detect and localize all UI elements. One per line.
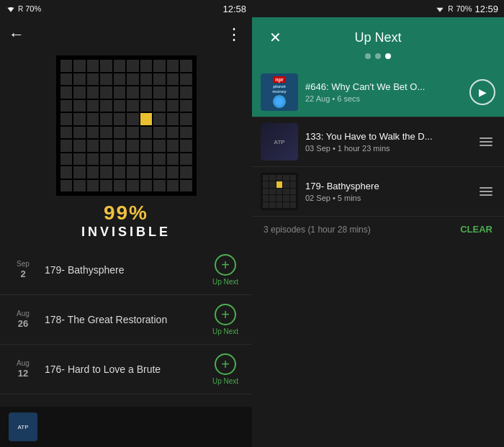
reorder-button-1[interactable] — [477, 135, 495, 149]
left-time: 12:58 — [222, 4, 246, 14]
episode-list: Sep 2 179- Bathysphere + Up Next Aug 26 … — [0, 245, 252, 407]
episode-date-1: Aug 26 — [9, 309, 37, 330]
atp-thumbnail: ATP — [261, 123, 298, 161]
episode-item: Aug 26 178- The Great Restoration + Up N… — [0, 295, 252, 345]
episode-date-0: Sep 2 — [9, 259, 37, 281]
left-toolbar: ← ⋮ — [0, 17, 252, 52]
add-icon-2: + — [215, 353, 236, 375]
episode-item: Sep 2 179- Bathysphere + Up Next — [0, 245, 252, 295]
signal-icon: R — [18, 5, 23, 13]
podcast-artwork — [56, 55, 197, 196]
right-status-right: R 70% 12:59 — [435, 4, 498, 14]
queue-item-2: 179- Bathysphere 02 Sep • 5 mins — [252, 167, 504, 217]
podcast-number: 99% — [14, 202, 238, 225]
episode-date-2: Aug 12 — [9, 358, 37, 380]
up-next-title: Up Next — [287, 30, 469, 45]
reorder-button-2[interactable] — [477, 184, 495, 199]
queue-info-0: #646: Why Can't We Bet O... 22 Aug • 6 s… — [298, 81, 469, 104]
episode-title-0: 179- Bathysphere — [37, 264, 207, 276]
close-button[interactable]: ✕ — [264, 26, 287, 49]
bottom-thumb: ATP — [9, 412, 37, 441]
queue-ep-meta-0: 22 Aug • 6 secs — [305, 94, 462, 103]
right-panel: R 70% 12:59 ✕ Up Next npr planetmoney #6… — [252, 0, 504, 447]
dot-0 — [365, 53, 371, 59]
queue-ep-meta-1: 03 Sep • 1 hour 23 mins — [305, 144, 469, 153]
right-battery: 70% — [456, 4, 472, 13]
queue-ep-meta-2: 02 Sep • 5 mins — [305, 194, 469, 202]
queue-item-1: ATP 133: You Have to Walk the D... 03 Se… — [252, 117, 504, 167]
right-wifi-icon — [435, 4, 445, 13]
up-next-header-row: ✕ Up Next — [264, 26, 492, 49]
svg-marker-2 — [437, 8, 444, 12]
left-status-icons: R 70% — [6, 4, 41, 13]
invisible-thumbnail — [261, 173, 298, 210]
episode-item: Aug 12 176- Hard to Love a Brute + Up Ne… — [0, 345, 252, 394]
left-panel: R 70% 12:58 ← ⋮ 99% INVISIBLE — [0, 0, 252, 447]
right-time: 12:59 — [474, 4, 498, 14]
clear-button[interactable]: CLEAR — [460, 224, 492, 235]
right-status-bar: R 70% 12:59 — [252, 0, 504, 17]
dot-2 — [385, 53, 391, 59]
podcast-title-area: 99% INVISIBLE — [0, 196, 252, 245]
queue-summary: 3 episodes (1 hour 28 mins) — [264, 225, 371, 235]
episode-title-2: 176- Hard to Love a Brute — [37, 364, 207, 375]
queue-info-1: 133: You Have to Walk the D... 03 Sep • … — [298, 131, 477, 153]
up-next-dots — [264, 53, 492, 62]
up-next-button-2[interactable]: + Up Next — [207, 353, 243, 385]
npm-thumbnail: npr planetmoney — [261, 73, 298, 111]
left-battery: 70% — [25, 4, 41, 13]
right-signal-icon: R — [448, 5, 453, 13]
queue-info-2: 179- Bathysphere 02 Sep • 5 mins — [298, 181, 477, 203]
play-button[interactable]: ▶ — [469, 79, 495, 105]
up-next-button-0[interactable]: + Up Next — [207, 254, 243, 286]
queue-ep-title-2: 179- Bathysphere — [305, 181, 469, 193]
more-button[interactable]: ⋮ — [226, 25, 243, 44]
back-button[interactable]: ← — [9, 25, 24, 44]
up-next-header: ✕ Up Next — [252, 17, 504, 68]
queue-ep-title-0: #646: Why Can't We Bet O... — [305, 81, 462, 94]
left-status-bar: R 70% 12:58 — [0, 0, 252, 17]
dot-1 — [375, 53, 381, 59]
queue-item-0: npr planetmoney #646: Why Can't We Bet O… — [252, 68, 504, 117]
episode-title-1: 178- The Great Restoration — [37, 314, 207, 325]
podcast-name: INVISIBLE — [14, 225, 238, 240]
up-next-button-1[interactable]: + Up Next — [207, 304, 243, 335]
queue-ep-title-1: 133: You Have to Walk the D... — [305, 131, 469, 143]
add-icon-0: + — [215, 254, 236, 276]
bottom-player: ATP — [0, 407, 252, 447]
queue-footer: 3 episodes (1 hour 28 mins) CLEAR — [252, 217, 504, 242]
wifi-icon — [6, 4, 16, 13]
add-icon-1: + — [215, 304, 236, 325]
